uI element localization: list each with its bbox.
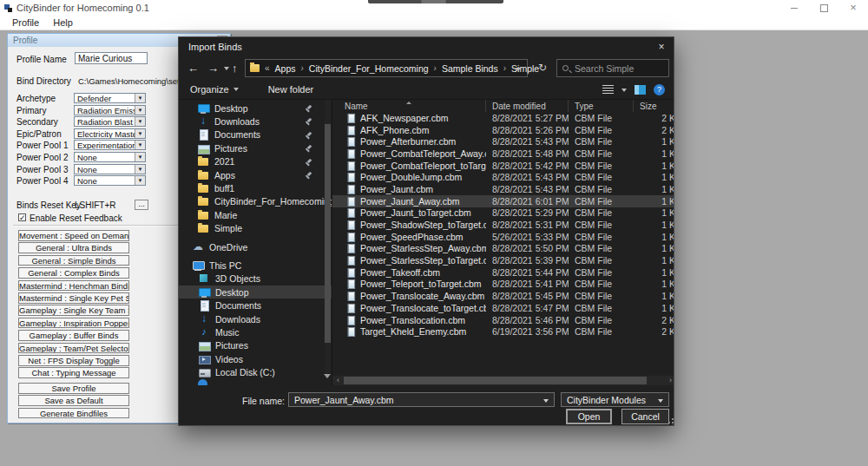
column-header-date[interactable]: Date modified [486, 100, 569, 112]
close-icon[interactable] [838, 0, 868, 16]
file-name-input[interactable]: Power_Jaunt_Away.cbm [288, 392, 555, 407]
resize-grip[interactable] [667, 418, 674, 425]
file-row[interactable]: Power_Jaunt_toTarget.cbm 8/28/2021 5:29 … [332, 207, 674, 220]
file-row[interactable]: Power_DoubleJump.cbm 8/28/2021 5:43 PM C… [332, 171, 674, 183]
file-row[interactable]: Target_Kheld_Enemy.cbm 6/19/2021 3:56 PM… [332, 325, 674, 338]
new-folder-button[interactable]: New folder [268, 84, 314, 95]
nav-item[interactable]: buff1 [179, 181, 332, 194]
bind-module-button[interactable]: General : Ultra Binds [18, 242, 129, 253]
file-row[interactable]: Power_ShadowStep_toTarget.cbm 8/28/2021 … [332, 219, 674, 231]
scroll-down-icon[interactable] [324, 374, 331, 378]
pin-icon[interactable] [306, 118, 312, 125]
bind-module-button[interactable]: Net : FPS Display Toggle [18, 355, 129, 366]
file-row[interactable]: Power_StarlessStep_toTarget.cbm 8/28/202… [332, 254, 674, 266]
pin-icon[interactable] [306, 159, 312, 166]
back-icon[interactable]: ← [187, 62, 199, 74]
nav-item[interactable]: Documents [179, 299, 332, 312]
select-dropdown[interactable]: Radiation Blast [74, 116, 146, 127]
nav-item[interactable]: Music [179, 325, 332, 338]
nav-item[interactable]: Simple [179, 222, 332, 235]
view-dropdown-icon[interactable] [621, 89, 627, 92]
profile-action-button[interactable]: Save as Default [18, 395, 129, 406]
pin-icon[interactable] [306, 105, 312, 112]
bind-module-button[interactable]: Chat : Typing Message [18, 367, 129, 378]
nav-item[interactable]: 2021 [179, 155, 332, 168]
select-dropdown[interactable]: Radiation Emission [74, 105, 146, 115]
horizontal-scrollbar[interactable]: ‹ › [332, 376, 674, 385]
select-dropdown[interactable]: Experimentation [74, 140, 146, 150]
nav-item[interactable]: Marie [179, 208, 332, 221]
breadcrumb-item[interactable]: Sample Binds [442, 63, 498, 74]
nav-item[interactable]: Downloads [179, 312, 332, 325]
organize-button[interactable]: Organize [190, 84, 239, 95]
pin-icon[interactable] [306, 145, 312, 152]
file-row[interactable]: Power_Teleport_toTarget.cbm 8/28/2021 5:… [332, 279, 674, 291]
nav-item[interactable]: Videos [179, 352, 332, 365]
dialog-close-icon[interactable]: × [654, 40, 669, 54]
file-row[interactable]: Power_Translocate_toTarget.cbm 8/28/2021… [332, 302, 674, 314]
nav-item[interactable]: Pictures [179, 339, 332, 352]
breadcrumb-item[interactable]: CityBinder_For_Homecoming [309, 63, 429, 74]
select-dropdown[interactable]: None [74, 164, 146, 174]
file-row[interactable]: AFK_Phone.cbm 8/28/2021 5:26 PM CBM File… [332, 124, 674, 136]
select-dropdown[interactable]: None [74, 175, 146, 186]
pin-icon[interactable] [306, 172, 312, 179]
file-row[interactable]: Power_Jaunt.cbm 8/28/2021 5:43 PM CBM Fi… [332, 183, 674, 195]
nav-item-this-pc[interactable]: This PC [179, 259, 332, 272]
bind-module-button[interactable]: Gameplay : Inspiration Popper [18, 318, 129, 329]
file-row[interactable]: Power_Jaunt_Away.cbm 8/28/2021 6:01 PM C… [332, 195, 674, 207]
address-bar[interactable]: « Apps › CityBinder_For_Homecoming › Sam… [245, 59, 528, 77]
sidebar-scrollbar-thumb[interactable] [325, 124, 331, 343]
file-row[interactable]: Power_SpeedPhase.cbm 5/26/2021 5:33 PM C… [332, 231, 674, 243]
nav-item[interactable]: Documents [179, 128, 332, 141]
bind-module-button[interactable]: Gameplay : Team/Pet Selector [18, 343, 129, 354]
file-row[interactable]: Power_Afterburner.cbm 8/28/2021 5:43 PM … [332, 135, 674, 148]
bind-module-button[interactable]: Gameplay : Single Key Team Selector [18, 305, 129, 316]
profile-name-input[interactable]: Marie Curious [75, 52, 148, 64]
bind-module-button[interactable]: Gameplay : Buffer Binds [18, 330, 129, 341]
breadcrumb-collapse[interactable]: « [265, 63, 270, 73]
scroll-left-icon[interactable]: ‹ [333, 376, 343, 385]
preview-pane-icon[interactable] [635, 85, 646, 95]
horizontal-scrollbar-thumb[interactable] [344, 377, 647, 384]
history-dropdown-icon[interactable] [224, 67, 229, 70]
help-icon[interactable]: ? [654, 84, 665, 95]
column-header-size[interactable]: Size [634, 100, 674, 112]
nav-item[interactable]: Desktop [179, 102, 332, 115]
profile-action-button[interactable]: Save Profile [18, 383, 129, 394]
reset-feedback-checkbox[interactable]: ✓ [18, 213, 26, 221]
nav-item[interactable]: 3D Objects [179, 272, 332, 286]
nav-item[interactable]: Downloads [179, 115, 332, 128]
file-type-filter-dropdown[interactable]: CityBinder Modules [561, 392, 669, 407]
file-row[interactable]: Power_Takeoff.cbm 8/28/2021 5:44 PM CBM … [332, 266, 674, 279]
bind-module-button[interactable]: Movement : Speed on Demand [18, 230, 129, 241]
file-row[interactable]: Power_CombatTeleport_toTarget.cbm 8/28/2… [332, 160, 674, 172]
scroll-right-icon[interactable]: › [666, 376, 674, 385]
breadcrumb-item[interactable]: Apps [275, 63, 296, 74]
menu-item[interactable]: Profile [6, 16, 45, 29]
minimize-icon[interactable] [779, 0, 809, 16]
bind-module-button[interactable]: General : Complex Binds [18, 267, 129, 279]
file-row[interactable]: AFK_Newspaper.cbm 8/28/2021 5:27 PM CBM … [332, 112, 674, 124]
nav-item[interactable]: Apps [179, 168, 332, 181]
file-row[interactable]: Power_Translocation.cbm 8/28/2021 5:46 P… [332, 314, 674, 326]
file-row[interactable]: Power_StarlessStep_Away.cbm 8/28/2021 5:… [332, 243, 674, 255]
nav-item[interactable]: Local Disk (C:) [179, 365, 332, 378]
file-row[interactable]: Power_Translocate_Away.cbm 8/28/2021 5:4… [332, 290, 674, 302]
nav-item[interactable]: Pictures [179, 141, 332, 154]
select-dropdown[interactable]: Defender [74, 93, 146, 103]
pin-icon[interactable] [306, 132, 312, 139]
maximize-icon[interactable] [809, 0, 838, 16]
search-input[interactable]: Search Simple [556, 59, 669, 77]
refresh-icon[interactable]: ↻ [533, 61, 552, 76]
profile-action-button[interactable]: Generate Bindfiles [18, 408, 129, 419]
nav-item-onedrive[interactable]: OneDrive [179, 240, 332, 253]
up-icon[interactable]: ↑ [232, 62, 238, 74]
select-dropdown[interactable]: None [74, 152, 146, 162]
bind-module-button[interactable]: Mastermind : Henchman Bindings [18, 280, 129, 292]
bind-module-button[interactable]: Mastermind : Single Key Pet Selector [18, 292, 129, 304]
nav-item[interactable]: Desktop [179, 286, 332, 299]
view-mode-icon[interactable] [602, 85, 614, 95]
column-header-name[interactable]: Name [332, 100, 486, 112]
bind-module-button[interactable]: General : Simple Binds [18, 255, 129, 266]
